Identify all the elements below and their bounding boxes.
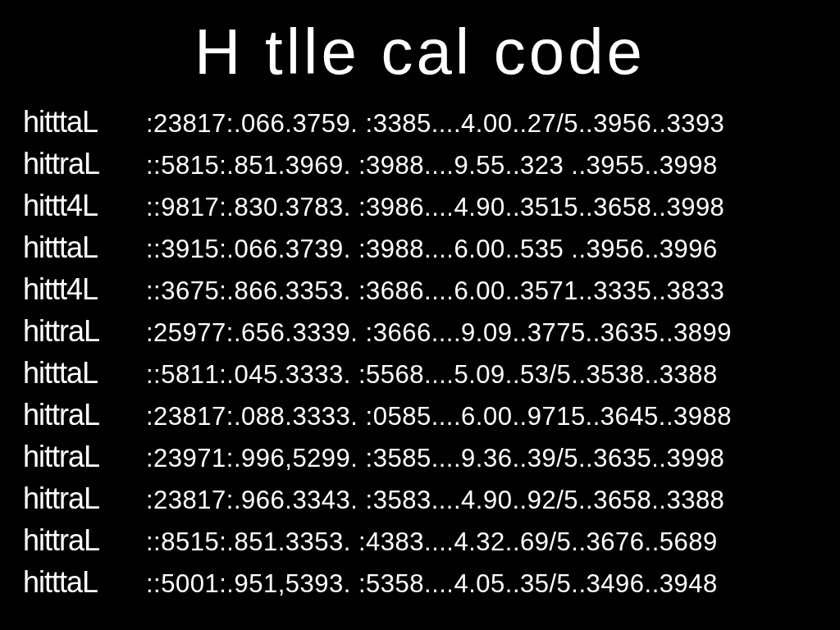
page-title: H tlle cal code — [23, 15, 817, 89]
code-row: hittraL ::5815:.851.3969. :3988....9.55.… — [23, 143, 817, 185]
row-label: hittraL — [23, 436, 146, 477]
row-label: hittraL — [23, 519, 146, 561]
row-label: hittraL — [23, 310, 146, 352]
row-codes: ::9817:.830.3783. :3986....4.90..3515..3… — [146, 186, 724, 228]
row-codes: :23817:.966.3343. :3583....4.90..92/5..3… — [146, 479, 724, 521]
row-label: hitttaL — [23, 352, 146, 394]
code-row: hitttaL ::5811:.045.3333. :5568....5.09.… — [23, 352, 817, 394]
code-row: hittraL :23971:.996,5299. :3585....9.36.… — [23, 436, 817, 477]
row-codes: ::5811:.045.3333. :5568....5.09..53/5..3… — [146, 354, 718, 395]
row-codes: :23817:.066.3759. :3385....4.00..27/5..3… — [146, 103, 724, 144]
row-codes: ::3915:.066.3739. :3988....6.00..535 ..3… — [146, 228, 718, 270]
code-row: hittraL ::8515:.851.3353. :4383....4.32.… — [23, 519, 817, 561]
code-row: hittt4L ::9817:.830.3783. :3986....4.90.… — [23, 185, 817, 226]
row-codes: :23971:.996,5299. :3585....9.36..39/5..3… — [146, 437, 724, 479]
row-label: hittraL — [23, 477, 146, 519]
code-row: hittraL :25977:.656.3339. :3666....9.09.… — [23, 310, 817, 352]
terminal-screen: H tlle cal code hitttaL :23817:.066.3759… — [0, 0, 840, 630]
row-codes: :25977:.656.3339. :3666....9.09..3775..3… — [146, 312, 732, 354]
row-label: hitttaL — [23, 561, 146, 603]
row-label: hittt4L — [23, 268, 146, 310]
row-label: hittt4L — [23, 185, 146, 226]
row-codes: ::8515:.851.3353. :4383....4.32..69/5..3… — [146, 521, 718, 563]
row-label: hitttaL — [23, 101, 146, 143]
code-row: hittt4L ::3675:.866.3353. :3686....6.00.… — [23, 268, 817, 310]
row-codes: ::5815:.851.3969. :3988....9.55..323 ..3… — [146, 144, 718, 186]
code-rows: hitttaL :23817:.066.3759. :3385....4.00.… — [23, 101, 817, 603]
code-row: hittraL :23817:.088.3333. :0585....6.00.… — [23, 394, 817, 436]
row-label: hittraL — [23, 394, 146, 436]
row-label: hitttaL — [23, 226, 146, 268]
code-row: hitttaL ::5001:.951,5393. :5358....4.05.… — [23, 561, 817, 603]
code-row: hitttaL :23817:.066.3759. :3385....4.00.… — [23, 101, 817, 143]
row-codes: ::5001:.951,5393. :5358....4.05..35/5..3… — [146, 563, 718, 605]
row-codes: ::3675:.866.3353. :3686....6.00..3571..3… — [146, 270, 724, 312]
row-label: hittraL — [23, 143, 146, 185]
code-row: hittraL :23817:.966.3343. :3583....4.90.… — [23, 477, 817, 519]
row-codes: :23817:.088.3333. :0585....6.00..9715..3… — [146, 395, 732, 437]
code-row: hitttaL ::3915:.066.3739. :3988....6.00.… — [23, 226, 817, 268]
